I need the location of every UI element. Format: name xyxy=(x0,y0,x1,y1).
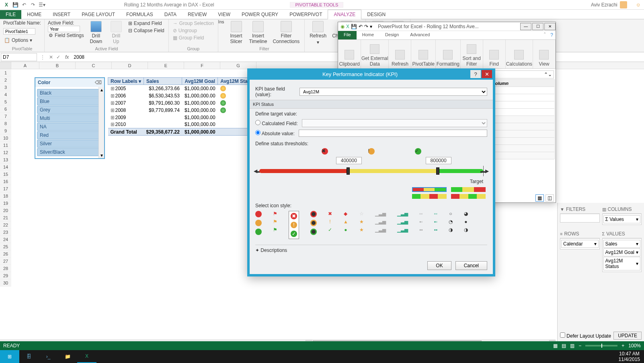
pp-redo-icon[interactable]: ↷ xyxy=(364,24,368,29)
drill-down-button[interactable]: Drill Down xyxy=(87,20,105,45)
update-button[interactable]: UPDATE xyxy=(613,332,642,340)
tab-power-query[interactable]: POWER QUERY xyxy=(236,10,284,19)
pp-view-switcher[interactable]: ▦◫ xyxy=(535,194,554,202)
pp-tab-file[interactable]: File xyxy=(338,31,357,39)
tab-page-layout[interactable]: PAGE LAYOUT xyxy=(76,10,121,19)
rows-drop-zone[interactable]: Calendar▾ xyxy=(560,238,600,250)
tab-analyze[interactable]: ANALYZE xyxy=(328,10,361,19)
tab-view[interactable]: VIEW xyxy=(212,10,236,19)
pp-tab-advanced[interactable]: Advanced xyxy=(404,31,435,39)
kpi-base-field-select[interactable]: Avg12M xyxy=(299,88,487,96)
view-normal-icon[interactable]: ▦ xyxy=(553,343,558,349)
columns-pill-values[interactable]: Σ Values▾ xyxy=(603,215,641,223)
slicer-item[interactable]: Blue xyxy=(37,97,103,105)
start-button[interactable]: ⊞ xyxy=(0,350,19,363)
filters-drop-zone[interactable] xyxy=(560,214,600,223)
pivottable-name-input[interactable] xyxy=(3,28,35,35)
icon-style-bars-gray[interactable]: ▁▃▅▁▃▅▁▃▅ xyxy=(375,211,386,239)
defer-layout-checkbox[interactable]: Defer Layout Update xyxy=(560,332,611,339)
slicer-item[interactable]: NA xyxy=(37,123,103,131)
pp-tab-design[interactable]: Design xyxy=(379,31,404,39)
slicer-item[interactable]: Multi xyxy=(37,114,103,122)
pp-ribbon-group[interactable]: View xyxy=(533,40,556,68)
pivot-row[interactable]: ⊞2008$9,770,899.74$1,000,000.00 xyxy=(108,107,258,114)
tab-insert[interactable]: INSERT xyxy=(47,10,76,19)
expand-field-button[interactable]: ⊞ Expand Field xyxy=(127,20,165,27)
icon-style-shapes[interactable]: ◆▲● xyxy=(343,211,348,239)
kpi-dialog[interactable]: Key Performance Indicator (KPI) ?✕ KPI b… xyxy=(247,68,495,276)
pivot-row[interactable]: ⊞2006$6,530,343.53$1,000,000.00 xyxy=(108,92,258,99)
pp-undo-icon[interactable]: ↶ xyxy=(359,24,363,29)
kpi-cancel-button[interactable]: Cancel xyxy=(455,261,487,270)
pp-maximize-icon[interactable]: ☐ xyxy=(532,23,544,30)
taskbar-explorer-icon[interactable]: 📁 xyxy=(58,350,77,363)
fx-icon[interactable]: fx xyxy=(62,54,72,60)
taskbar-excel-icon[interactable]: X xyxy=(77,350,96,363)
tab-design[interactable]: DESIGN xyxy=(361,10,391,19)
options-button[interactable]: 📋 Options ▾ xyxy=(3,37,33,43)
style-strip-1[interactable] xyxy=(412,187,447,192)
undo-icon[interactable]: ↶ xyxy=(21,2,27,8)
threshold-low-input[interactable]: 400000 xyxy=(336,157,362,164)
color-slicer[interactable]: Color⌫ BlackBlueGreyMultiNARedSilverSilv… xyxy=(35,77,105,159)
pivottable-field-list[interactable]: ▼ FILTERS ▥ COLUMNSΣ Values▾ ≡ ROWSCalen… xyxy=(557,203,644,341)
slicer-scrollbar[interactable]: ▴▾ xyxy=(98,87,104,158)
kpi-ok-button[interactable]: OK xyxy=(427,261,451,270)
calculated-field-radio[interactable]: Calculated Field: xyxy=(255,120,298,126)
collapse-field-button[interactable]: ⊟ Collapse Field xyxy=(127,27,165,34)
slicer-item[interactable]: Black xyxy=(37,89,103,97)
save-icon[interactable]: 💾 xyxy=(12,2,18,8)
tab-review[interactable]: REVIEW xyxy=(182,10,212,19)
pivot-table[interactable]: Row Labels ▾SalesAvg12M GoalAvg12M Statu… xyxy=(108,77,258,136)
threshold-slider[interactable]: ◀▬ 400000 800000 ▬▶ xyxy=(259,167,483,175)
pp-ribbon-group[interactable]: Sort and Filter xyxy=(461,40,483,68)
pivot-row[interactable]: ⊞2005$3,266,373.66$1,000,000.00 xyxy=(108,85,258,92)
pp-save-icon[interactable]: 💾 xyxy=(351,24,357,29)
values-pill[interactable]: Avg12M Goal▾ xyxy=(603,248,641,256)
descriptions-expander[interactable]: ✦ Descriptions xyxy=(255,245,487,253)
slicer-item[interactable]: Red xyxy=(37,131,103,139)
pp-minimize-icon[interactable]: — xyxy=(520,23,531,30)
threshold-high-input[interactable]: 800000 xyxy=(426,157,451,164)
taskbar-server-manager-icon[interactable]: 🗄 xyxy=(19,350,39,363)
system-clock[interactable]: 10:47 AM11/4/2015 xyxy=(615,351,644,363)
pp-ribbon-group[interactable]: Refresh xyxy=(389,40,411,68)
accept-formula-icon[interactable]: ✓ xyxy=(55,54,62,60)
zoom-out-icon[interactable]: − xyxy=(578,343,581,349)
icon-style-bars-color[interactable]: ▁▃▅▁▃▅▁▃▅ xyxy=(397,211,408,239)
tab-file[interactable]: FILE xyxy=(0,10,21,19)
pp-close-icon[interactable]: ✕ xyxy=(544,23,556,30)
pivot-row[interactable]: ⊞2007$9,791,060.30$1,000,000.00 xyxy=(108,99,258,107)
pp-ribbon-group[interactable]: PivotTable xyxy=(411,40,435,68)
tab-home[interactable]: HOME xyxy=(21,10,47,19)
view-page-break-icon[interactable]: ▥ xyxy=(570,343,574,349)
user-account[interactable]: Aviv Ezrachi xyxy=(585,1,633,8)
active-field-input[interactable] xyxy=(48,26,80,32)
pp-help-icon[interactable]: ? xyxy=(548,31,556,39)
slicer-item[interactable]: Silver xyxy=(37,140,103,148)
slicer-item[interactable]: Grey xyxy=(37,106,103,114)
pp-tab-home[interactable]: Home xyxy=(357,31,379,39)
style-strip-4[interactable] xyxy=(451,194,486,199)
name-box[interactable] xyxy=(1,53,37,61)
clear-filter-icon[interactable]: ⌫ xyxy=(95,80,102,85)
zoom-in-icon[interactable]: + xyxy=(621,343,624,349)
taskbar-powershell-icon[interactable]: ›_ xyxy=(39,350,58,363)
absolute-value-input[interactable] xyxy=(299,130,487,137)
kpi-dialog-help-icon[interactable]: ? xyxy=(470,70,481,78)
values-pill[interactable]: Sales▾ xyxy=(603,240,641,248)
pivot-row[interactable]: ⊞2010$1,000,000.00 xyxy=(108,121,258,128)
pp-ribbon-group[interactable]: Clipboard xyxy=(338,40,361,68)
icon-style-circles[interactable] xyxy=(255,211,262,239)
kpi-dialog-close-icon[interactable]: ✕ xyxy=(482,70,492,78)
tab-powerpivot[interactable]: POWERPIVOT xyxy=(284,10,328,19)
icon-style-symbols-circled[interactable]: ✖!✓ xyxy=(289,211,299,239)
icon-style-stars[interactable]: ☆★★ xyxy=(359,211,364,239)
tab-formulas[interactable]: FORMULAS xyxy=(121,10,159,19)
pp-ribbon-group[interactable]: Get External Data xyxy=(361,40,389,68)
touch-mode-icon[interactable]: ☰▾ xyxy=(39,2,45,8)
columns-drop-zone[interactable]: Σ Values▾ xyxy=(602,214,642,225)
insert-timeline-button[interactable]: Insert Timeline xyxy=(248,20,269,45)
style-strip-3[interactable] xyxy=(412,194,447,199)
icon-style-pie[interactable]: ○◔◑ xyxy=(449,211,453,239)
